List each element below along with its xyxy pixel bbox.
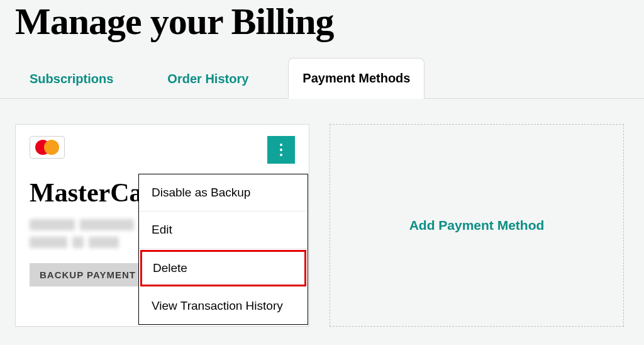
mastercard-logo-icon (30, 136, 65, 159)
tab-order-history[interactable]: Order History (153, 59, 263, 99)
menu-view-transaction-history[interactable]: View Transaction History (139, 288, 308, 324)
kebab-dot-icon (280, 149, 282, 151)
menu-delete[interactable]: Delete (140, 250, 306, 286)
card-header (30, 136, 295, 164)
card-menu-button[interactable] (267, 136, 295, 164)
tab-subscriptions[interactable]: Subscriptions (15, 59, 128, 99)
backup-payment-badge: BACKUP PAYMENT (30, 263, 146, 286)
tabs-container: Subscriptions Order History Payment Meth… (0, 57, 644, 99)
page-title: Manage your Billing (0, 0, 644, 48)
kebab-dot-icon (280, 144, 282, 146)
add-payment-method-card[interactable]: Add Payment Method (330, 124, 624, 327)
card-actions-dropdown: Disable as Backup Edit Delete View Trans… (138, 174, 308, 325)
payment-methods-content: MasterCard BACKUP PAYMENT Disable as Bac… (0, 99, 644, 342)
tab-payment-methods[interactable]: Payment Methods (288, 58, 425, 99)
kebab-dot-icon (280, 154, 282, 156)
add-payment-method-label: Add Payment Method (409, 218, 545, 233)
menu-edit[interactable]: Edit (139, 212, 308, 249)
payment-card: MasterCard BACKUP PAYMENT Disable as Bac… (15, 124, 309, 327)
menu-disable-backup[interactable]: Disable as Backup (139, 174, 308, 212)
